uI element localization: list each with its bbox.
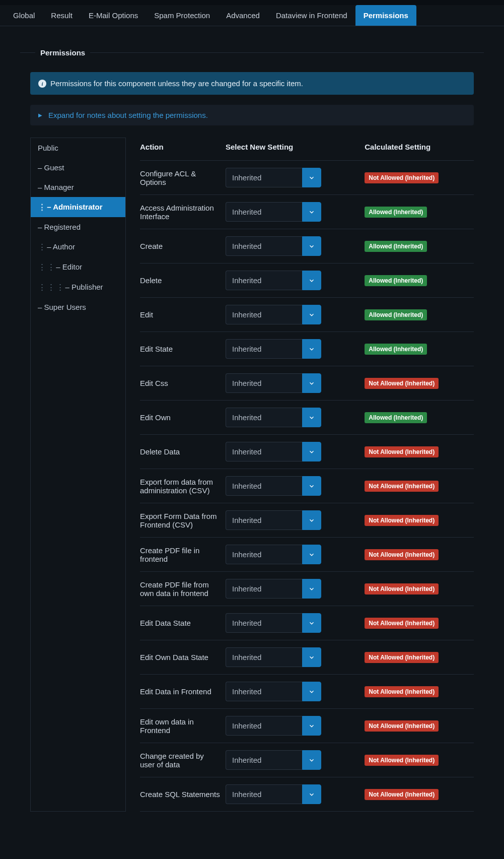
sidebar-item-author[interactable]: ⋮ – Author [31, 237, 125, 257]
sidebar-item-public[interactable]: Public [31, 138, 125, 158]
setting-select[interactable]: Inherited [226, 545, 321, 564]
setting-select[interactable]: Inherited [226, 442, 321, 461]
setting-select[interactable]: Inherited [226, 716, 321, 736]
setting-cell: Inherited [226, 640, 365, 675]
sidebar-item-editor[interactable]: ⋮ ⋮ – Editor [31, 257, 125, 277]
tab-e-mail-options[interactable]: E-Mail Options [81, 5, 146, 26]
sidebar-item-manager[interactable]: – Manager [31, 177, 125, 197]
tab-advanced[interactable]: Advanced [218, 5, 268, 26]
select-toggle-button[interactable] [302, 305, 321, 324]
select-toggle-button[interactable] [302, 373, 321, 393]
tab-dataview-in-frontend[interactable]: Dataview in Frontend [268, 5, 355, 26]
sidebar-item-guest[interactable]: – Guest [31, 158, 125, 177]
setting-cell: Inherited [226, 401, 365, 435]
setting-cell: Inherited [226, 435, 365, 469]
sidebar-item-label: – Author [47, 242, 75, 251]
action-label: Delete Data [140, 435, 226, 469]
select-toggle-button[interactable] [302, 750, 321, 770]
select-value: Inherited [226, 202, 302, 222]
action-label: Export form data from administration (CS… [140, 469, 226, 503]
tab-permissions[interactable]: Permissions [355, 5, 416, 26]
drag-handle-icon: ⋮ [47, 262, 54, 272]
select-value: Inherited [226, 373, 302, 393]
setting-select[interactable]: Inherited [226, 168, 321, 187]
sidebar-item-super-users[interactable]: – Super Users [31, 297, 125, 317]
setting-select[interactable]: Inherited [226, 236, 321, 256]
select-toggle-button[interactable] [302, 682, 321, 701]
status-badge: Not Allowed (Inherited) [365, 446, 439, 457]
setting-select[interactable]: Inherited [226, 579, 321, 599]
setting-select[interactable]: Inherited [226, 202, 321, 222]
setting-select[interactable]: Inherited [226, 476, 321, 496]
chevron-down-icon [308, 209, 315, 216]
chevron-down-icon [308, 551, 315, 558]
setting-select[interactable]: Inherited [226, 408, 321, 427]
status-badge: Allowed (Inherited) [365, 207, 427, 218]
action-label: Edit Data State [140, 606, 226, 640]
select-toggle-button[interactable] [302, 236, 321, 256]
action-label: Edit Css [140, 366, 226, 401]
chevron-down-icon [308, 620, 315, 627]
table-row: Export Form Data from Frontend (CSV)Inhe… [140, 503, 474, 538]
calculated-cell: Not Allowed (Inherited) [365, 161, 474, 195]
select-toggle-button[interactable] [302, 545, 321, 564]
tab-spam-protection[interactable]: Spam Protection [146, 5, 218, 26]
setting-select[interactable]: Inherited [226, 682, 321, 701]
select-toggle-button[interactable] [302, 579, 321, 599]
select-toggle-button[interactable] [302, 408, 321, 427]
calculated-cell: Not Allowed (Inherited) [365, 469, 474, 503]
chevron-down-icon [308, 174, 315, 181]
setting-select[interactable]: Inherited [226, 339, 321, 359]
select-toggle-button[interactable] [302, 613, 321, 633]
setting-select[interactable]: Inherited [226, 647, 321, 667]
calculated-cell: Not Allowed (Inherited) [365, 606, 474, 640]
status-badge: Allowed (Inherited) [365, 412, 427, 423]
setting-select[interactable]: Inherited [226, 613, 321, 633]
select-toggle-button[interactable] [302, 202, 321, 222]
permissions-fieldset: Permissions i Permissions for this compo… [20, 48, 484, 812]
select-toggle-button[interactable] [302, 271, 321, 290]
setting-cell: Inherited [226, 263, 365, 298]
select-toggle-button[interactable] [302, 442, 321, 461]
setting-cell: Inherited [226, 469, 365, 503]
chevron-down-icon [308, 448, 315, 455]
select-toggle-button[interactable] [302, 716, 321, 736]
setting-select[interactable]: Inherited [226, 305, 321, 324]
select-value: Inherited [226, 647, 302, 667]
status-badge: Not Allowed (Inherited) [365, 583, 439, 594]
select-toggle-button[interactable] [302, 784, 321, 804]
setting-cell: Inherited [226, 743, 365, 777]
calculated-cell: Not Allowed (Inherited) [365, 538, 474, 572]
setting-select[interactable]: Inherited [226, 784, 321, 804]
table-row: EditInheritedAllowed (Inherited) [140, 298, 474, 332]
sidebar-item-administrator[interactable]: ⋮ – Administrator [31, 197, 125, 217]
setting-select[interactable]: Inherited [226, 373, 321, 393]
setting-cell: Inherited [226, 572, 365, 606]
sidebar-item-registered[interactable]: – Registered [31, 217, 125, 237]
select-toggle-button[interactable] [302, 339, 321, 359]
status-badge: Allowed (Inherited) [365, 241, 427, 252]
drag-handle-icon: ⋮ [38, 203, 45, 212]
calculated-cell: Not Allowed (Inherited) [365, 503, 474, 538]
setting-select[interactable]: Inherited [226, 510, 321, 530]
expand-notes-toggle[interactable]: ▶ Expand for notes about setting the per… [30, 105, 474, 125]
setting-select[interactable]: Inherited [226, 271, 321, 290]
tab-result[interactable]: Result [43, 5, 81, 26]
info-icon: i [38, 80, 46, 88]
tab-global[interactable]: Global [5, 5, 43, 26]
drag-handle-icon: ⋮ [47, 283, 54, 292]
table-row: Export form data from administration (CS… [140, 469, 474, 503]
setting-select[interactable]: Inherited [226, 750, 321, 770]
select-toggle-button[interactable] [302, 168, 321, 187]
calculated-cell: Allowed (Inherited) [365, 229, 474, 263]
drag-handle-icon: ⋮ [56, 283, 63, 292]
select-value: Inherited [226, 716, 302, 736]
select-toggle-button[interactable] [302, 476, 321, 496]
select-value: Inherited [226, 784, 302, 804]
caret-right-icon: ▶ [38, 112, 42, 118]
select-value: Inherited [226, 476, 302, 496]
status-badge: Not Allowed (Inherited) [365, 686, 439, 697]
select-toggle-button[interactable] [302, 510, 321, 530]
sidebar-item-publisher[interactable]: ⋮ ⋮ ⋮ – Publisher [31, 277, 125, 297]
select-toggle-button[interactable] [302, 647, 321, 667]
